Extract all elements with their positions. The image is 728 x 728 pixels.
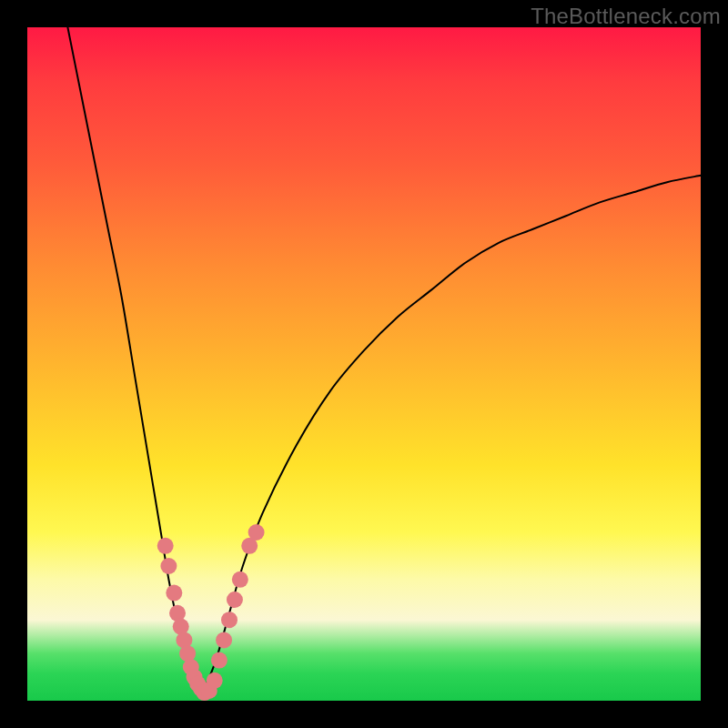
plot-background <box>27 27 701 701</box>
chart-frame: TheBottleneck.com <box>0 0 728 728</box>
watermark-text: TheBottleneck.com <box>531 4 721 29</box>
